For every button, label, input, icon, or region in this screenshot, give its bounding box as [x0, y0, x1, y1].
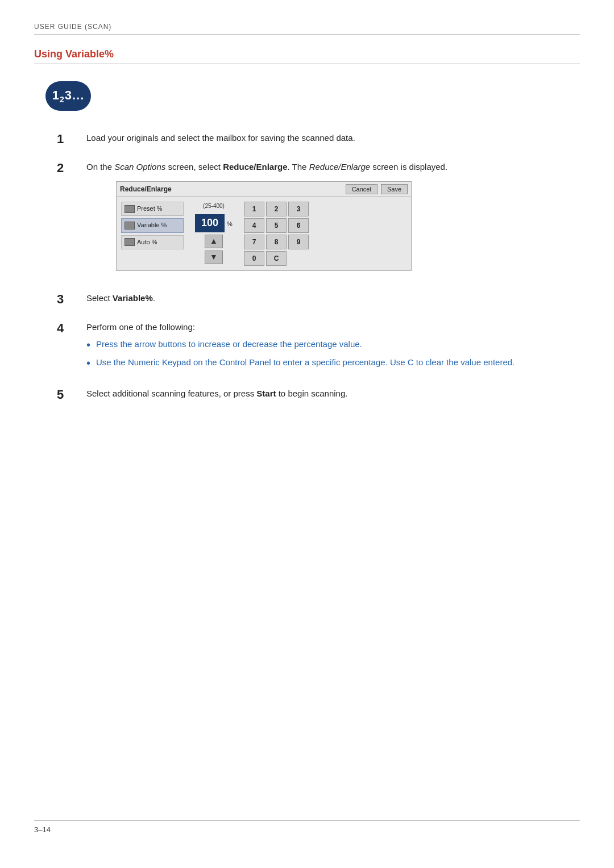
step-number-3: 3: [57, 291, 77, 308]
cancel-button[interactable]: Cancel: [346, 184, 377, 194]
numpad-3[interactable]: 3: [288, 202, 309, 216]
step-4-content: Perform one of the following: • Press th…: [86, 320, 580, 374]
numpad-1[interactable]: 1: [244, 202, 264, 216]
step-number-1: 1: [57, 131, 77, 148]
numpad-8[interactable]: 8: [266, 235, 287, 249]
step-2: 2 On the Scan Options screen, select Red…: [57, 160, 580, 279]
option-preset-label: Preset %: [137, 204, 163, 214]
step-5-content: Select additional scanning features, or …: [86, 387, 580, 400]
header-title: User Guide (Scan): [34, 23, 111, 31]
step-icon-badge: 123...: [45, 81, 91, 111]
option-preset[interactable]: Preset %: [121, 202, 184, 216]
option-auto[interactable]: Auto %: [121, 235, 184, 249]
bullet-dot-2: •: [86, 356, 90, 370]
step-number-4: 4: [57, 320, 77, 337]
bullet-dot-1: •: [86, 338, 90, 352]
numpad-6[interactable]: 6: [288, 218, 309, 233]
option-variable-icon: [125, 222, 135, 229]
numpad-4[interactable]: 4: [244, 218, 264, 233]
bullet-item-1: • Press the arrow buttons to increase or…: [86, 338, 580, 352]
ui-value-section: (25-400) 100 % ▲ ▼: [188, 202, 239, 266]
save-button[interactable]: Save: [381, 184, 408, 194]
numpad-c[interactable]: C: [266, 251, 287, 266]
ui-panel-title: Reduce/Enlarge: [120, 184, 342, 195]
bullet-text-2: Use the Numeric Keypad on the Control Pa…: [96, 356, 515, 369]
option-variable-label: Variable %: [137, 220, 167, 230]
step-5: 5 Select additional scanning features, o…: [57, 387, 580, 403]
page-footer: 3–14: [34, 820, 580, 834]
numpad-7[interactable]: 7: [244, 235, 264, 249]
numpad-9[interactable]: 9: [288, 235, 309, 249]
percent-sign: %: [227, 219, 233, 229]
step-number-2: 2: [57, 160, 77, 177]
option-preset-icon: [125, 205, 135, 213]
numpad-0[interactable]: 0: [244, 251, 264, 266]
step-number-5: 5: [57, 387, 77, 403]
ui-panel-header: Reduce/Enlarge Cancel Save: [117, 182, 411, 198]
numpad-2[interactable]: 2: [266, 202, 287, 216]
option-auto-icon: [125, 238, 135, 246]
ui-panel: Reduce/Enlarge Cancel Save Preset %: [116, 181, 412, 272]
option-variable[interactable]: Variable %: [121, 218, 184, 232]
arrow-down-button[interactable]: ▼: [205, 251, 223, 264]
section-title: Using Variable%: [34, 48, 580, 64]
badge-text: 123...: [52, 88, 85, 104]
value-display: 100: [195, 214, 225, 232]
step-3-content: Select Variable%.: [86, 291, 580, 304]
step-4: 4 Perform one of the following: • Press …: [57, 320, 580, 374]
bullet-list: • Press the arrow buttons to increase or…: [86, 338, 580, 370]
range-label: (25-400): [203, 202, 225, 211]
numpad-5[interactable]: 5: [266, 218, 287, 233]
step-1: 1 Load your originals and select the mai…: [57, 131, 580, 148]
bullet-item-2: • Use the Numeric Keypad on the Control …: [86, 356, 580, 370]
step-1-content: Load your originals and select the mailb…: [86, 131, 580, 144]
option-auto-label: Auto %: [137, 237, 157, 247]
page-number: 3–14: [34, 825, 51, 834]
step-3: 3 Select Variable%.: [57, 291, 580, 308]
arrow-up-button[interactable]: ▲: [205, 235, 223, 248]
step-2-content: On the Scan Options screen, select Reduc…: [86, 160, 580, 279]
value-row: 100 %: [195, 214, 233, 232]
ui-panel-body: Preset % Variable % Auto %: [117, 197, 411, 270]
page-header: User Guide (Scan): [34, 23, 580, 35]
steps-container: 1 Load your originals and select the mai…: [57, 131, 580, 416]
bullet-text-1: Press the arrow buttons to increase or d…: [96, 338, 362, 351]
ui-options-list: Preset % Variable % Auto %: [121, 202, 184, 266]
numpad: 1 2 3 4 5 6 7 8 9 0 C: [244, 202, 309, 266]
